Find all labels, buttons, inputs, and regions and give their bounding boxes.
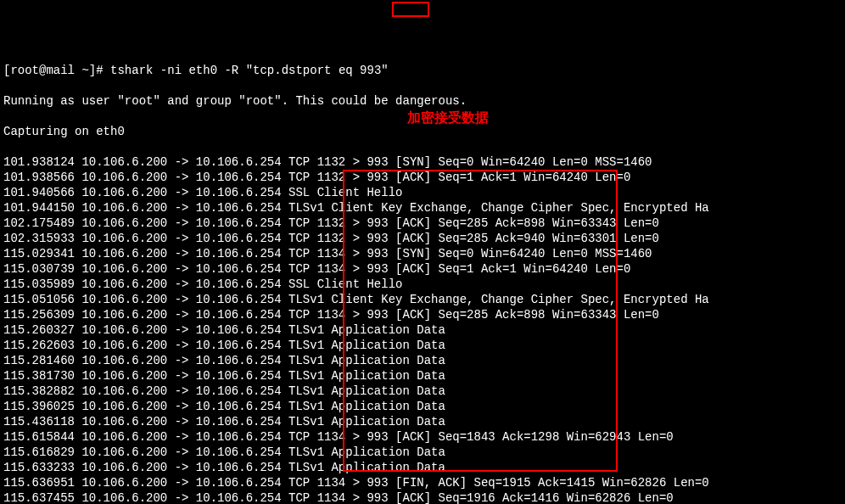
- packet-line: 115.633233 10.106.6.200 -> 10.106.6.254 …: [3, 460, 842, 475]
- packet-line: 115.029341 10.106.6.200 -> 10.106.6.254 …: [3, 246, 842, 261]
- capture-line: Capturing on eth0: [3, 124, 842, 139]
- packet-line: 115.030739 10.106.6.200 -> 10.106.6.254 …: [3, 261, 842, 277]
- packet-line: 115.615844 10.106.6.200 -> 10.106.6.254 …: [3, 429, 842, 445]
- packet-line: 101.938566 10.106.6.200 -> 10.106.6.254 …: [3, 170, 842, 185]
- packet-line: 115.436118 10.106.6.200 -> 10.106.6.254 …: [3, 414, 842, 429]
- packet-line: 115.035989 10.106.6.200 -> 10.106.6.254 …: [3, 277, 842, 292]
- packet-line: 102.175489 10.106.6.200 -> 10.106.6.254 …: [3, 216, 842, 231]
- packet-line: 115.381730 10.106.6.200 -> 10.106.6.254 …: [3, 368, 842, 384]
- packet-line: 115.616829 10.106.6.200 -> 10.106.6.254 …: [3, 445, 842, 460]
- packet-line: 101.938124 10.106.6.200 -> 10.106.6.254 …: [3, 154, 842, 170]
- packet-line: 115.262603 10.106.6.200 -> 10.106.6.254 …: [3, 338, 842, 353]
- warning-line: Running as user "root" and group "root".…: [3, 93, 842, 109]
- packet-line: 115.051056 10.106.6.200 -> 10.106.6.254 …: [3, 292, 842, 307]
- packet-line: 115.256309 10.106.6.200 -> 10.106.6.254 …: [3, 307, 842, 322]
- packet-line: 115.636951 10.106.6.200 -> 10.106.6.254 …: [3, 475, 842, 490]
- packet-line: 115.260327 10.106.6.200 -> 10.106.6.254 …: [3, 322, 842, 338]
- packet-line: 115.382882 10.106.6.200 -> 10.106.6.254 …: [3, 384, 842, 399]
- packet-line: 102.315933 10.106.6.200 -> 10.106.6.254 …: [3, 231, 842, 246]
- packet-line: 115.637455 10.106.6.200 -> 10.106.6.254 …: [3, 490, 842, 504]
- packet-line: 101.944150 10.106.6.200 -> 10.106.6.254 …: [3, 200, 842, 216]
- prompt: [root@mail ~]#: [3, 64, 110, 77]
- terminal-prompt-line[interactable]: [root@mail ~]# tshark -ni eth0 -R "tcp.d…: [3, 63, 842, 78]
- highlight-box-port: [392, 2, 429, 17]
- packet-line: 101.940566 10.106.6.200 -> 10.106.6.254 …: [3, 185, 842, 200]
- packet-line: 115.281460 10.106.6.200 -> 10.106.6.254 …: [3, 353, 842, 368]
- packet-line: 115.396025 10.106.6.200 -> 10.106.6.254 …: [3, 399, 842, 414]
- command-text: tshark -ni eth0 -R "tcp.dstport eq 993": [110, 64, 389, 77]
